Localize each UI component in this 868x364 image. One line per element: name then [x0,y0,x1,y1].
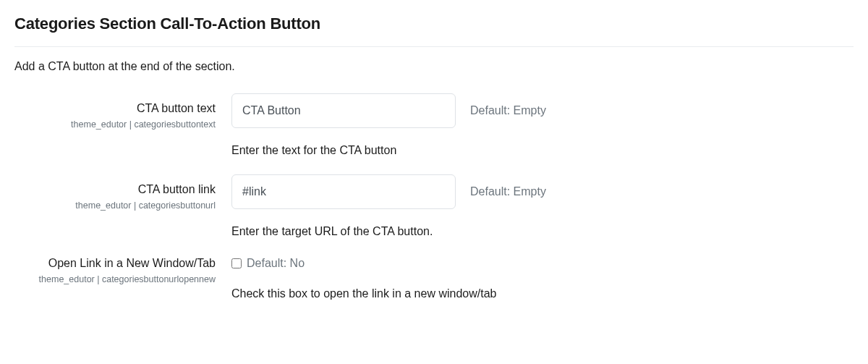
setting-row-cta-button-link: CTA button link theme_edutor | categorie… [14,174,854,245]
checkbox-line: Default: No [231,255,854,271]
control-col: Default: Empty Enter the text for the CT… [231,93,854,164]
default-hint-cta-button-text: Default: Empty [470,104,546,117]
field-desc-cta-button-link: Enter the target URL of the CTA button. [231,225,854,238]
open-new-window-checkbox[interactable] [231,258,242,268]
default-hint-open-new-window: Default: No [247,257,305,270]
label-col: CTA button text theme_edutor | categorie… [14,93,231,132]
field-key-cta-button-text: theme_edutor | categoriesbuttontext [14,119,216,132]
cta-button-link-input[interactable] [231,174,456,209]
control-line: Default: Empty [231,174,854,209]
field-desc-open-new-window: Check this box to open the link in a new… [231,287,854,300]
label-col: Open Link in a New Window/Tab theme_edut… [14,255,231,287]
section-description: Add a CTA button at the end of the secti… [14,60,854,73]
default-hint-cta-button-link: Default: Empty [470,185,546,198]
setting-row-cta-button-text: CTA button text theme_edutor | categorie… [14,93,854,164]
field-key-cta-button-link: theme_edutor | categoriesbuttonurl [14,200,216,213]
field-label-open-new-window: Open Link in a New Window/Tab [14,255,216,271]
field-desc-cta-button-text: Enter the text for the CTA button [231,144,854,157]
section-divider [14,46,854,47]
section-title: Categories Section Call-To-Action Button [14,14,854,33]
setting-row-open-new-window: Open Link in a New Window/Tab theme_edut… [14,255,854,308]
control-col: Default: No Check this box to open the l… [231,255,854,308]
field-label-cta-button-text: CTA button text [14,101,216,117]
field-key-open-new-window: theme_edutor | categoriesbuttonurlopenne… [14,274,216,287]
cta-button-text-input[interactable] [231,93,456,128]
field-label-cta-button-link: CTA button link [14,182,216,198]
label-col: CTA button link theme_edutor | categorie… [14,174,231,213]
control-line: Default: Empty [231,93,854,128]
control-col: Default: Empty Enter the target URL of t… [231,174,854,245]
